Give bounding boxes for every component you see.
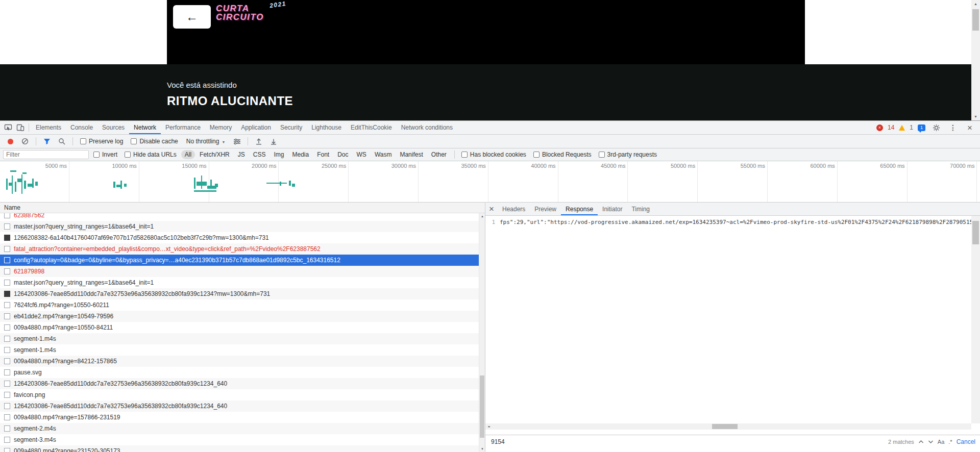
devtools-tab[interactable]: Network	[129, 121, 161, 134]
video-player[interactable]: CURTA CIRCUITO 2021	[167, 0, 805, 64]
table-row[interactable]: 1266208382-6a140b41760407af69e707b17d582…	[0, 232, 485, 243]
detail-tab[interactable]: Timing	[627, 203, 654, 215]
cancel-search-button[interactable]: Cancel	[957, 438, 975, 445]
error-count[interactable]: 14	[888, 124, 894, 131]
search-input[interactable]	[490, 438, 884, 446]
response-horizontal-scrollbar[interactable]	[485, 423, 971, 430]
record-icon[interactable]	[4, 135, 16, 147]
invert-checkbox[interactable]: Invert	[93, 151, 117, 158]
table-row[interactable]: favicon.png	[0, 389, 485, 400]
devtools-tab[interactable]: Elements	[31, 121, 66, 134]
request-type-filter[interactable]: Other	[428, 150, 450, 159]
disable-cache-checkbox[interactable]: Disable cache	[131, 138, 178, 145]
request-type-filter[interactable]: Doc	[334, 150, 352, 159]
devtools-tab[interactable]: Memory	[205, 121, 236, 134]
table-row[interactable]: segment-2.m4s	[0, 423, 485, 434]
blocked-requests-checkbox[interactable]: Blocked Requests	[533, 151, 592, 158]
detail-tab[interactable]: Response	[561, 203, 598, 215]
table-row[interactable]: fatal_attraction?container=embedded_play…	[0, 243, 485, 255]
issues-icon[interactable]: 1	[918, 124, 925, 131]
request-type-filter[interactable]: Media	[288, 150, 312, 159]
request-type-filter[interactable]: Img	[270, 150, 287, 159]
request-type-filter[interactable]: JS	[234, 150, 249, 159]
table-row[interactable]: master.json?query_string_ranges=1&base64…	[0, 277, 485, 288]
table-row[interactable]: config?autoplay=0&badge=0&byline=0&bypas…	[0, 255, 485, 266]
request-type-filter[interactable]: Manifest	[396, 150, 426, 159]
inspect-element-icon[interactable]	[2, 121, 14, 134]
devtools-tab[interactable]: Performance	[161, 121, 205, 134]
scrollbar-thumb[interactable]	[972, 221, 979, 244]
table-row[interactable]: 7624fcf6.mp4?range=10550-60211	[0, 299, 485, 311]
table-row[interactable]: 621879898	[0, 266, 485, 277]
request-type-filter[interactable]: Font	[313, 150, 333, 159]
scrollbar-thumb[interactable]	[480, 375, 484, 438]
curta-circuito-logo[interactable]: CURTA CIRCUITO 2021	[216, 4, 287, 21]
back-button[interactable]	[173, 5, 211, 29]
page-scrollbar[interactable]	[971, 0, 980, 120]
request-type-filter[interactable]: All	[181, 150, 195, 159]
warning-icon[interactable]	[899, 125, 905, 131]
hide-data-urls-checkbox[interactable]: Hide data URLs	[125, 151, 177, 158]
scroll-down-icon[interactable]	[971, 113, 980, 120]
scrollbar-thumb[interactable]	[712, 424, 738, 429]
page-scrollbar-thumb[interactable]	[972, 9, 979, 31]
network-conditions-icon[interactable]	[231, 135, 243, 147]
scroll-up-icon[interactable]	[971, 0, 980, 8]
request-type-filter[interactable]: CSS	[250, 150, 270, 159]
search-icon[interactable]	[56, 135, 68, 147]
export-har-icon[interactable]	[267, 135, 280, 147]
throttling-select[interactable]: No throttling	[186, 138, 226, 145]
request-type-filter[interactable]: WS	[353, 150, 370, 159]
table-row[interactable]: segment-3.m4s	[0, 434, 485, 445]
third-party-requests-checkbox[interactable]: 3rd-party requests	[599, 151, 657, 158]
close-panel-icon[interactable]	[485, 205, 498, 213]
more-menu-icon[interactable]	[947, 121, 959, 134]
name-column-header[interactable]: Name	[0, 203, 485, 213]
detail-tab[interactable]: Headers	[498, 203, 530, 215]
request-type-filter[interactable]: Fetch/XHR	[196, 150, 233, 159]
table-row[interactable]: 009a4880.mp4?range=231520-305173	[0, 445, 485, 452]
table-row[interactable]: 1264203086-7eae85dd110ddc7a7e32753e96a35…	[0, 378, 485, 389]
table-row[interactable]: 009a4880.mp4?range=157866-231519	[0, 412, 485, 423]
device-toolbar-icon[interactable]	[14, 121, 27, 134]
filter-input[interactable]	[3, 150, 89, 159]
regex-button[interactable]: .*	[948, 439, 952, 445]
error-count-icon[interactable]	[876, 124, 883, 131]
scroll-up-icon[interactable]	[479, 213, 485, 219]
detail-tab[interactable]: Preview	[530, 203, 561, 215]
table-row[interactable]: eb41dde2.mp4?range=10549-79596	[0, 311, 485, 322]
devtools-tab[interactable]: Network conditions	[397, 121, 457, 134]
settings-gear-icon[interactable]	[930, 121, 942, 134]
warning-count[interactable]: 1	[910, 124, 913, 131]
devtools-tab[interactable]: Lighthouse	[307, 121, 346, 134]
table-row[interactable]: 1264203086-7eae85dd110ddc7a7e32753e96a35…	[0, 288, 485, 299]
table-row[interactable]: 1264203086-7eae85dd110ddc7a7e32753e96a35…	[0, 400, 485, 412]
preserve-log-checkbox[interactable]: Preserve log	[80, 138, 123, 145]
table-row[interactable]: segment-1.m4s	[0, 333, 485, 344]
devtools-tab[interactable]: Security	[276, 121, 307, 134]
scroll-right-icon[interactable]	[485, 423, 493, 430]
table-row[interactable]: master.json?query_string_ranges=1&base64…	[0, 221, 485, 232]
next-match-icon[interactable]	[928, 440, 934, 444]
import-har-icon[interactable]	[253, 135, 265, 147]
request-list-scrollbar[interactable]	[479, 213, 485, 452]
request-type-filter[interactable]: Wasm	[371, 150, 396, 159]
table-row[interactable]: pause.svg	[0, 367, 485, 378]
response-vertical-scrollbar[interactable]	[971, 216, 980, 423]
table-row[interactable]: 009a4880.mp4?range=10550-84211	[0, 322, 485, 333]
match-case-button[interactable]: Aa	[938, 439, 944, 445]
has-blocked-cookies-checkbox[interactable]: Has blocked cookies	[461, 151, 526, 158]
filter-icon[interactable]	[41, 135, 53, 147]
table-row[interactable]: 623887562	[0, 213, 485, 221]
table-row[interactable]: 009a4880.mp4?range=84212-157865	[0, 356, 485, 367]
detail-tab[interactable]: Initiator	[598, 203, 627, 215]
network-overview[interactable]: 5000 ms10000 ms15000 ms20000 ms25000 ms3…	[0, 161, 980, 203]
clear-icon[interactable]	[19, 135, 31, 147]
scroll-down-icon[interactable]	[479, 446, 485, 452]
previous-match-icon[interactable]	[918, 440, 924, 444]
devtools-tab[interactable]: Sources	[97, 121, 129, 134]
close-devtools-icon[interactable]	[964, 121, 976, 134]
devtools-tab[interactable]: Application	[236, 121, 276, 134]
devtools-tab[interactable]: EditThisCookie	[346, 121, 397, 134]
table-row[interactable]: segment-1.m4s	[0, 344, 485, 356]
